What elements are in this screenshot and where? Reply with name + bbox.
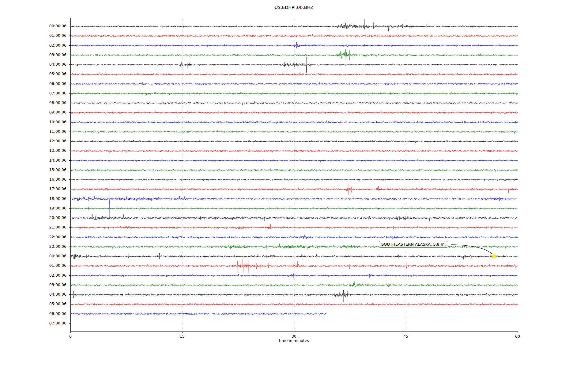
- waveform-trace-19-190006: [71, 207, 518, 211]
- y-tick-label-4: 04:00:06: [39, 62, 66, 67]
- x-axis-label: time in minutes: [70, 338, 518, 343]
- y-tick-label-9: 09:00:06: [39, 110, 66, 114]
- x-tick-label-0: 0: [61, 334, 80, 339]
- chart-title: US.EDHPI.00.BHZ: [70, 5, 518, 10]
- waveform-trace-11-110006: [71, 130, 518, 133]
- x-tick-label-60: 60: [508, 334, 527, 339]
- y-tick-label-3: 03:00:06: [39, 53, 66, 57]
- y-tick-label-26: 02:00:06: [39, 273, 66, 278]
- waveform-trace-8-080006: [71, 101, 518, 105]
- waveform-trace-13-130006: [71, 149, 518, 153]
- y-tick-label-21: 21:00:06: [39, 225, 66, 229]
- y-tick-mark: [69, 170, 70, 170]
- y-tick-mark: [69, 45, 70, 46]
- y-tick-mark: [69, 112, 70, 113]
- y-tick-label-23: 23:00:06: [39, 244, 66, 249]
- y-tick-label-10: 10:00:06: [39, 120, 66, 124]
- y-tick-label-7: 07:00:06: [39, 91, 66, 95]
- helicorder-figure: US.EDHPI.00.BHZ 00:00:0601:00:0602:00:06…: [0, 0, 588, 368]
- y-tick-label-8: 08:00:06: [39, 101, 66, 105]
- x-tick-mark: [182, 332, 183, 333]
- y-tick-mark: [69, 218, 70, 218]
- y-tick-mark: [69, 208, 70, 209]
- y-tick-mark: [69, 84, 70, 84]
- y-tick-label-2: 02:00:06: [39, 43, 66, 48]
- y-tick-label-6: 06:00:06: [39, 82, 66, 86]
- y-tick-label-19: 19:00:06: [39, 206, 66, 210]
- y-tick-label-18: 18:00:06: [39, 197, 66, 201]
- y-tick-label-22: 22:00:06: [39, 235, 66, 239]
- y-tick-label-24: 00:00:06: [39, 254, 66, 258]
- waveform-trace-7-070006: [71, 92, 518, 95]
- y-tick-mark: [69, 304, 70, 304]
- y-tick-label-29: 05:00:06: [39, 302, 66, 306]
- event-star-marker: [491, 253, 497, 259]
- y-tick-mark: [69, 323, 70, 324]
- y-tick-label-5: 05:00:06: [39, 72, 66, 76]
- x-tick-label-45: 45: [397, 334, 415, 339]
- y-tick-mark: [69, 275, 70, 276]
- x-tick-mark: [70, 332, 71, 333]
- waveform-canvas: [71, 18, 518, 332]
- plot-area: [70, 18, 518, 332]
- y-tick-label-16: 16:00:06: [39, 177, 66, 182]
- waveform-trace-15-150006: [71, 168, 518, 172]
- waveform-trace-10-100006: [71, 121, 518, 124]
- y-tick-label-12: 12:00:06: [39, 139, 66, 143]
- y-tick-mark: [69, 160, 70, 161]
- y-tick-label-13: 13:00:06: [39, 148, 66, 153]
- y-tick-label-14: 14:00:06: [39, 158, 66, 163]
- y-tick-label-11: 11:00:06: [39, 129, 66, 134]
- x-tick-label-15: 15: [173, 334, 191, 339]
- y-tick-mark: [69, 179, 70, 180]
- y-tick-label-30: 06:00:06: [39, 312, 66, 316]
- y-tick-mark: [69, 256, 70, 256]
- y-tick-mark: [69, 103, 70, 103]
- y-tick-label-17: 17:00:06: [39, 187, 66, 191]
- y-tick-mark: [69, 141, 70, 141]
- y-tick-mark: [69, 199, 70, 199]
- y-tick-mark: [69, 237, 70, 237]
- y-tick-mark: [69, 247, 70, 247]
- y-tick-label-31: 07:00:06: [39, 321, 66, 325]
- y-tick-mark: [69, 294, 70, 295]
- y-tick-mark: [69, 93, 70, 94]
- y-tick-mark: [69, 64, 70, 65]
- y-tick-mark: [69, 122, 70, 122]
- y-tick-mark: [69, 26, 70, 26]
- y-tick-mark: [69, 189, 70, 189]
- y-tick-label-27: 03:00:06: [39, 283, 66, 287]
- waveform-trace-1-010006: [71, 34, 518, 38]
- waveform-trace-4-040006: [71, 57, 518, 73]
- waveform-trace-12-120006: [71, 140, 518, 143]
- x-tick-mark: [294, 332, 294, 333]
- y-tick-mark: [69, 266, 70, 266]
- y-tick-mark: [69, 55, 70, 55]
- x-tick-label-30: 30: [285, 334, 303, 339]
- y-tick-label-1: 01:00:06: [39, 33, 66, 38]
- event-annotation-label: SOUTHEASTERN ALASKA, 5.8 ml: [379, 241, 448, 248]
- waveform-trace-30-060006: [71, 312, 326, 316]
- y-tick-mark: [69, 285, 70, 285]
- y-tick-mark: [69, 151, 70, 151]
- y-tick-label-25: 01:00:06: [39, 263, 66, 268]
- x-tick-mark: [406, 332, 406, 333]
- y-tick-label-28: 04:00:06: [39, 292, 66, 297]
- y-tick-mark: [69, 74, 70, 74]
- waveform-trace-21-210006: [71, 224, 518, 229]
- y-tick-label-20: 20:00:06: [39, 216, 66, 220]
- waveform-trace-5-050006: [71, 72, 518, 76]
- x-tick-mark: [518, 332, 518, 333]
- y-tick-mark: [69, 227, 70, 228]
- y-tick-label-0: 00:00:06: [39, 24, 66, 28]
- trace-dot-marker: [121, 294, 123, 295]
- waveform-trace-6-060006: [71, 82, 518, 86]
- y-tick-mark: [69, 132, 70, 132]
- waveform-trace-20-200006: [71, 214, 518, 221]
- waveform-trace-29-050006: [71, 303, 518, 306]
- y-tick-mark: [69, 36, 70, 36]
- y-tick-mark: [69, 314, 70, 314]
- y-tick-label-15: 15:00:06: [39, 168, 66, 172]
